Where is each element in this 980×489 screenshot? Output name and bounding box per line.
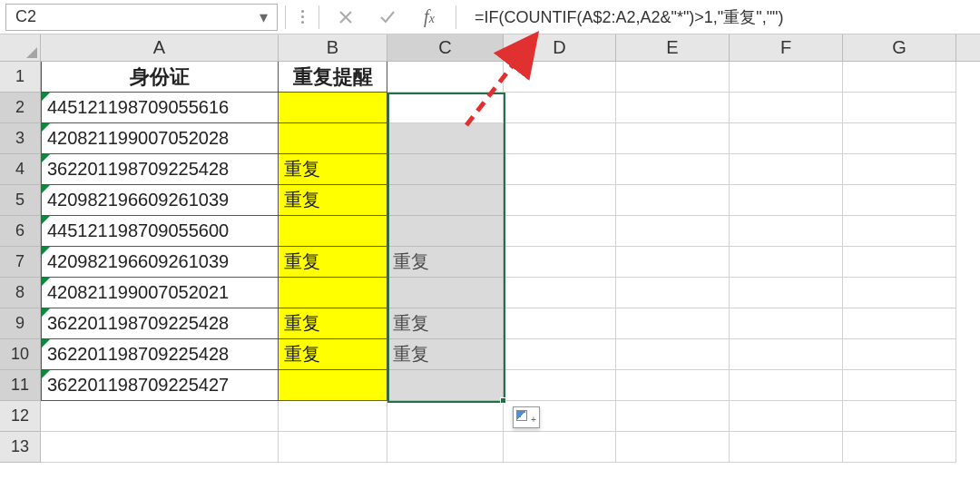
row-header-13[interactable]: 13	[0, 432, 41, 463]
cell-G13[interactable]	[843, 432, 956, 463]
cell-A5[interactable]: 420982196609261039	[41, 185, 279, 216]
cell-C1[interactable]	[387, 62, 504, 93]
cell-A4[interactable]: 362201198709225428	[41, 154, 279, 185]
cell-D3[interactable]	[504, 123, 616, 154]
cell-E1[interactable]	[616, 62, 730, 93]
cell-A1[interactable]: 身份证	[41, 62, 279, 93]
cancel-button[interactable]	[327, 4, 365, 31]
cell-F13[interactable]	[730, 432, 843, 463]
row-header-12[interactable]: 12	[0, 401, 41, 432]
cell-E10[interactable]	[616, 339, 730, 370]
cell-A6[interactable]: 445121198709055600	[41, 216, 279, 247]
cell-B7[interactable]: 重复	[279, 247, 387, 278]
cell-E9[interactable]	[616, 308, 730, 339]
cell-B4[interactable]: 重复	[279, 154, 387, 185]
row-header-1[interactable]: 1	[0, 62, 41, 93]
cell-G8[interactable]	[843, 278, 956, 308]
fill-handle[interactable]	[500, 397, 506, 404]
cell-C4[interactable]	[387, 154, 504, 185]
cell-B9[interactable]: 重复	[279, 308, 387, 339]
cell-B10[interactable]: 重复	[279, 339, 387, 370]
cell-E12[interactable]	[616, 401, 730, 432]
cell-F2[interactable]	[730, 93, 843, 123]
cell-F3[interactable]	[730, 123, 843, 154]
row-header-9[interactable]: 9	[0, 308, 41, 339]
cell-C2[interactable]	[387, 93, 504, 123]
cell-C6[interactable]	[387, 216, 504, 247]
cell-F10[interactable]	[730, 339, 843, 370]
col-header-D[interactable]: D	[504, 34, 616, 61]
cell-D9[interactable]	[504, 308, 616, 339]
col-header-C[interactable]: C	[387, 34, 504, 61]
cell-E2[interactable]	[616, 93, 730, 123]
paste-options-button[interactable]: +	[513, 406, 540, 428]
name-box[interactable]: C2 ▾	[5, 4, 278, 31]
col-header-A[interactable]: A	[41, 34, 279, 61]
cell-A3[interactable]: 420821199007052028	[41, 123, 279, 154]
cell-C3[interactable]	[387, 123, 504, 154]
cell-F7[interactable]	[730, 247, 843, 278]
cell-G5[interactable]	[843, 185, 956, 216]
cell-E4[interactable]	[616, 154, 730, 185]
fx-button[interactable]: fx	[410, 4, 448, 31]
cell-A10[interactable]: 362201198709225428	[41, 339, 279, 370]
cell-D6[interactable]	[504, 216, 616, 247]
cell-A7[interactable]: 420982196609261039	[41, 247, 279, 278]
cell-D7[interactable]	[504, 247, 616, 278]
cell-D8[interactable]	[504, 278, 616, 308]
cell-G4[interactable]	[843, 154, 956, 185]
row-header-3[interactable]: 3	[0, 123, 41, 154]
cell-C12[interactable]	[387, 401, 504, 432]
cell-G9[interactable]	[843, 308, 956, 339]
cell-C9[interactable]: 重复	[387, 308, 504, 339]
cell-F12[interactable]	[730, 401, 843, 432]
cell-G6[interactable]	[843, 216, 956, 247]
enter-button[interactable]	[368, 4, 407, 31]
cell-G2[interactable]	[843, 93, 956, 123]
cell-C5[interactable]	[387, 185, 504, 216]
cell-D10[interactable]	[504, 339, 616, 370]
cell-F9[interactable]	[730, 308, 843, 339]
col-header-B[interactable]: B	[279, 34, 387, 61]
name-box-dropdown-icon[interactable]: ▾	[257, 7, 270, 27]
cell-D11[interactable]	[504, 370, 616, 401]
row-header-10[interactable]: 10	[0, 339, 41, 370]
formula-input[interactable]: =IF(COUNTIF(A$2:A2,A2&"*")>1,"重复","")	[464, 4, 975, 31]
cell-E13[interactable]	[616, 432, 730, 463]
cell-D1[interactable]	[504, 62, 616, 93]
cell-C7[interactable]: 重复	[387, 247, 504, 278]
cell-B6[interactable]	[279, 216, 387, 247]
row-header-6[interactable]: 6	[0, 216, 41, 247]
cell-E11[interactable]	[616, 370, 730, 401]
cell-B11[interactable]	[279, 370, 387, 401]
cell-D4[interactable]	[504, 154, 616, 185]
cell-B3[interactable]	[279, 123, 387, 154]
cell-A2[interactable]: 445121198709055616	[41, 93, 279, 123]
cell-C13[interactable]	[387, 432, 504, 463]
cell-B8[interactable]	[279, 278, 387, 308]
cell-B5[interactable]: 重复	[279, 185, 387, 216]
cell-E7[interactable]	[616, 247, 730, 278]
cell-F6[interactable]	[730, 216, 843, 247]
cell-F1[interactable]	[730, 62, 843, 93]
cell-C11[interactable]	[387, 370, 504, 401]
cell-F5[interactable]	[730, 185, 843, 216]
cell-C8[interactable]	[387, 278, 504, 308]
cell-B2[interactable]	[279, 93, 387, 123]
cell-E3[interactable]	[616, 123, 730, 154]
cell-D5[interactable]	[504, 185, 616, 216]
col-header-G[interactable]: G	[843, 34, 956, 61]
cell-E8[interactable]	[616, 278, 730, 308]
cell-F8[interactable]	[730, 278, 843, 308]
cell-A12[interactable]	[41, 401, 279, 432]
cell-G11[interactable]	[843, 370, 956, 401]
cell-F4[interactable]	[730, 154, 843, 185]
cell-A13[interactable]	[41, 432, 279, 463]
row-header-11[interactable]: 11	[0, 370, 41, 401]
cell-F11[interactable]	[730, 370, 843, 401]
cell-A9[interactable]: 362201198709225428	[41, 308, 279, 339]
col-header-E[interactable]: E	[616, 34, 730, 61]
row-header-2[interactable]: 2	[0, 93, 41, 123]
row-header-7[interactable]: 7	[0, 247, 41, 278]
cell-G1[interactable]	[843, 62, 956, 93]
